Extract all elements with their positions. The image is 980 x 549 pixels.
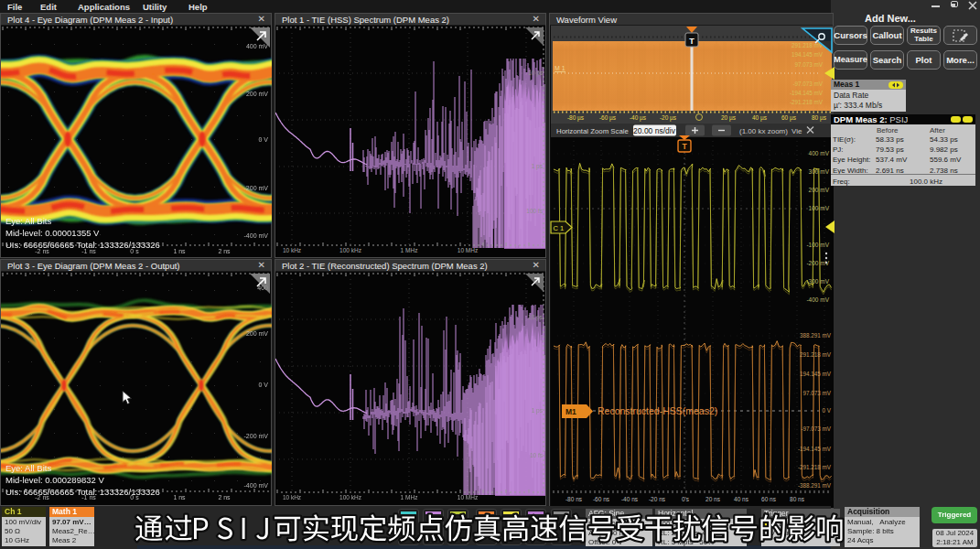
svg-text:97.073 mV: 97.073 mV (803, 390, 832, 396)
svg-text:1 ns: 1 ns (173, 248, 186, 254)
svg-text:400 mV: 400 mV (246, 43, 268, 49)
svg-text:-194.145 mV: -194.145 mV (790, 90, 824, 96)
svg-text:-20 µs: -20 µs (660, 114, 677, 122)
svg-text:60 ns: 60 ns (761, 496, 777, 502)
svg-text:100 kHz: 100 kHz (339, 494, 361, 501)
svg-text:Mid-level: 0.00001355 V: Mid-level: 0.00001355 V (5, 228, 100, 238)
svg-text:80 ns: 80 ns (790, 496, 805, 502)
svg-text:97.073 mV: 97.073 mV (795, 61, 824, 68)
svg-text:-200 mV: -200 mV (244, 433, 269, 439)
svg-text:1 MHz: 1 MHz (401, 494, 418, 501)
svg-text:-291.218 mV: -291.218 mV (798, 464, 832, 470)
svg-text:Mid-level: 0.000289832 V: Mid-level: 0.000289832 V (5, 475, 104, 485)
svg-text:400 mV: 400 mV (809, 150, 830, 156)
svg-text:Reconstructed-HSS(meas2): Reconstructed-HSS(meas2) (598, 405, 717, 416)
svg-text:10 fs: 10 fs (530, 452, 544, 458)
svg-text:20 ns: 20 ns (705, 496, 721, 502)
svg-text:100 mV: 100 mV (809, 205, 830, 211)
svg-text:291.218 mV: 291.218 mV (800, 351, 832, 358)
svg-text:100 kHz: 100 kHz (339, 247, 361, 253)
svg-text:20.00 ns/div: 20.00 ns/div (633, 126, 676, 135)
svg-text:-100 mV: -100 mV (806, 242, 829, 248)
svg-text:-20 ns: -20 ns (649, 496, 666, 502)
svg-text:-291.218 mV: -291.218 mV (790, 99, 824, 105)
svg-text:-400 mV: -400 mV (244, 482, 269, 489)
svg-text:Horizontal Zoom Scale: Horizontal Zoom Scale (556, 127, 629, 135)
svg-text:300 mV: 300 mV (809, 168, 830, 175)
svg-text:Eye: All Bits: Eye: All Bits (5, 216, 51, 226)
svg-text:1 MHz: 1 MHz (401, 247, 418, 253)
svg-text:0 V: 0 V (823, 407, 832, 414)
svg-text:0 V: 0 V (258, 136, 268, 143)
svg-text:-388.291 mV: -388.291 mV (798, 482, 832, 489)
svg-text:-60 ns: -60 ns (593, 496, 610, 502)
svg-text:-300 mV: -300 mV (806, 278, 829, 285)
svg-text:-80 µs: -80 µs (567, 114, 585, 122)
svg-text:-40 µs: -40 µs (630, 114, 647, 122)
svg-text:200 mV: 200 mV (246, 91, 268, 97)
svg-text:C 1: C 1 (554, 224, 565, 232)
svg-text:Vie: Vie (792, 127, 802, 135)
svg-text:1 ns: 1 ns (173, 494, 186, 501)
svg-text:200 mV: 200 mV (246, 330, 268, 337)
svg-text:2 ns: 2 ns (218, 248, 231, 254)
svg-text:2 ns: 2 ns (218, 494, 231, 501)
svg-text:10 MHz: 10 MHz (458, 247, 478, 253)
svg-text:60 µs: 60 µs (781, 114, 797, 122)
svg-text:-97.073 mV: -97.073 mV (792, 81, 823, 87)
svg-text:-80 ns: -80 ns (565, 496, 583, 502)
svg-text:(1.00 kx zoom): (1.00 kx zoom) (739, 127, 788, 135)
svg-text:T: T (682, 142, 687, 151)
svg-text:0's: 0's (682, 496, 690, 502)
svg-text:10 kHz: 10 kHz (283, 494, 301, 501)
svg-text:194.145 mV: 194.145 mV (792, 51, 824, 58)
svg-text:80 µs: 80 µs (812, 114, 827, 122)
svg-text:-400 mV: -400 mV (806, 296, 829, 303)
svg-text:-400 mV: -400 mV (244, 232, 269, 239)
svg-text:40 ns: 40 ns (734, 496, 749, 502)
svg-text:Eye: All Bits: Eye: All Bits (5, 463, 51, 473)
svg-text:40 µs: 40 µs (752, 114, 768, 122)
svg-text:100 fs: 100 fs (526, 208, 543, 214)
svg-text:388.291 mV: 388.291 mV (800, 332, 832, 339)
svg-text:291.218 mV: 291.218 mV (792, 42, 824, 48)
svg-text:UIs: 66665/66665 Total: 133: UIs: 66665/66665 Total: 133326/133326 (5, 487, 160, 497)
svg-text:1 ps: 1 ps (532, 163, 544, 170)
svg-text:-97.073 mV: -97.073 mV (801, 425, 831, 432)
svg-text:-40 ns: -40 ns (621, 496, 639, 502)
svg-text:T: T (689, 37, 695, 46)
svg-text:194.145 mV: 194.145 mV (800, 371, 832, 377)
svg-text:-60 µs: -60 µs (599, 114, 617, 122)
svg-text:10 MHz: 10 MHz (458, 494, 478, 501)
svg-text:0 V: 0 V (258, 382, 268, 388)
svg-text:-200 mV: -200 mV (244, 185, 269, 191)
svg-text:UIs: 66665/66665 Total: 133: UIs: 66665/66665 Total: 133326/133326 (5, 240, 160, 250)
svg-text:10 kHz: 10 kHz (283, 247, 301, 253)
svg-text:200 mV: 200 mV (809, 187, 830, 193)
svg-text:10 ps: 10 ps (528, 70, 544, 77)
svg-text:M 1: M 1 (555, 65, 565, 71)
svg-text:-194.145 mV: -194.145 mV (798, 446, 832, 452)
svg-text:20 µs: 20 µs (721, 114, 737, 122)
svg-text:M1: M1 (565, 407, 576, 416)
svg-text:10 ps: 10 ps (528, 314, 544, 321)
svg-text:1 ps: 1 ps (532, 407, 544, 414)
